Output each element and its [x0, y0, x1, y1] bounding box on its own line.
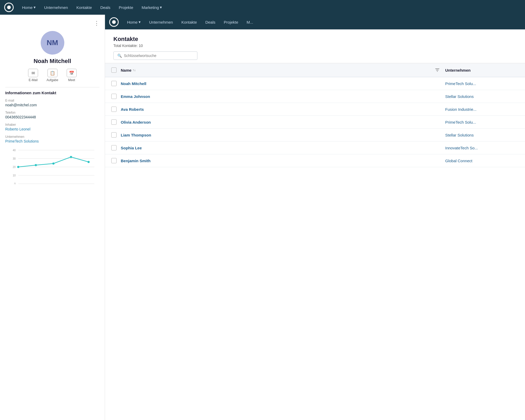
contact-row-4: Olivia Anderson PrimeTech Solu...: [105, 116, 525, 129]
contact-1-company[interactable]: PrimeTech Solu...: [445, 81, 519, 86]
nav-deals[interactable]: Deals: [100, 5, 110, 10]
contact-3-name[interactable]: Ava Roberts: [121, 107, 429, 112]
contacts-overlay: Home ▾ Unternehmen Kontakte Deals Projek…: [105, 15, 525, 420]
nav-projekte[interactable]: Projekte: [119, 5, 133, 10]
contact-5-company[interactable]: Stellar Solutions: [445, 133, 519, 137]
contact-4-company[interactable]: PrimeTech Solu...: [445, 120, 519, 124]
svg-text:30: 30: [13, 157, 16, 160]
contacts-filter-icon[interactable]: [434, 66, 441, 74]
contact-row-5: Liam Thompson Stellar Solutions: [105, 129, 525, 141]
field-telefon: Telefon 004365022344448: [5, 111, 99, 119]
svg-text:20: 20: [13, 166, 16, 169]
field-inhaber: Inhaber Roberto Leonel: [5, 123, 99, 131]
contact-2-name[interactable]: Emma Johnson: [121, 94, 429, 99]
overlay-logo[interactable]: [109, 17, 119, 27]
contacts-table: Name ↑↓ Unternehmen Noah Mitchell Pr: [105, 63, 525, 420]
contact-row-7: Benjamin Smith Global Connect: [105, 154, 525, 167]
contact-5-checkbox[interactable]: [111, 132, 117, 138]
overlay-nav-more[interactable]: M...: [247, 20, 253, 24]
contact-5-name[interactable]: Liam Thompson: [121, 133, 429, 137]
svg-point-11: [35, 164, 37, 166]
contact-3-company[interactable]: Fusion Industrie...: [445, 107, 519, 112]
nav-home[interactable]: Home ▾: [22, 5, 36, 10]
contacts-select-all[interactable]: [111, 67, 117, 73]
logo[interactable]: [4, 3, 14, 12]
nav-unternehmen[interactable]: Unternehmen: [44, 5, 68, 10]
action-icons: ✉ E-Mail 📋 Aufgabe 📅 Meet: [5, 69, 99, 82]
overlay-title: Kontakte: [113, 36, 517, 43]
contacts-name-header: Name ↑↓: [121, 68, 429, 72]
right-panel: Position 1 20% Position 2 20% Position 3…: [105, 15, 525, 420]
contact-2-checkbox[interactable]: [111, 94, 117, 99]
contact-7-checkbox[interactable]: [111, 158, 117, 163]
email-icon: ✉: [28, 69, 38, 77]
overlay-nav-deals[interactable]: Deals: [205, 20, 215, 24]
svg-point-12: [52, 162, 55, 165]
name-sort-icon[interactable]: ↑↓: [133, 68, 136, 72]
contact-3-checkbox[interactable]: [111, 107, 117, 112]
contact-7-company[interactable]: Global Connect: [445, 159, 519, 163]
line-chart: 40 30 20 10 0 Position 1 Position 2 Posi…: [5, 148, 99, 190]
contact-6-checkbox[interactable]: [111, 145, 117, 150]
task-action[interactable]: 📋 Aufgabe: [46, 69, 58, 82]
contact-1-name[interactable]: Noah Mitchell: [121, 81, 429, 86]
svg-text:10: 10: [13, 174, 16, 177]
contact-6-name[interactable]: Sophia Lee: [121, 146, 429, 150]
contact-1-checkbox[interactable]: [111, 81, 117, 86]
email-action[interactable]: ✉ E-Mail: [28, 69, 38, 82]
overlay-nav-home[interactable]: Home ▾: [127, 20, 141, 24]
avatar: NM: [41, 31, 64, 55]
chart-svg: 40 30 20 10 0 Position 1 Position 2 Posi…: [5, 148, 99, 184]
divider-1: [5, 87, 99, 87]
nav-marketing[interactable]: Marketing ▾: [142, 5, 162, 10]
overlay-nav-projekte[interactable]: Projekte: [224, 20, 238, 24]
meet-icon: 📅: [67, 69, 77, 77]
overlay-search-box[interactable]: 🔍: [113, 51, 197, 60]
more-options-button[interactable]: ⋮: [5, 20, 99, 27]
svg-point-13: [70, 156, 72, 158]
info-section-title: Informationen zum Kontakt: [5, 91, 99, 95]
overlay-search-icon: 🔍: [117, 54, 122, 58]
overlay-nav-unternehmen[interactable]: Unternehmen: [149, 20, 173, 24]
contacts-table-header: Name ↑↓ Unternehmen: [105, 63, 525, 77]
contact-name: Noah Mitchell: [5, 58, 99, 65]
contact-row-6: Sophia Lee InnovateTech So...: [105, 141, 525, 154]
svg-text:0: 0: [14, 182, 16, 184]
contact-row-1: Noah Mitchell PrimeTech Solu...: [105, 77, 525, 90]
field-unternehmen: Unternehmen PrimeTech Solutions: [5, 135, 99, 143]
contact-4-name[interactable]: Olivia Anderson: [121, 120, 429, 124]
nav-kontakte[interactable]: Kontakte: [76, 5, 92, 10]
svg-point-14: [88, 161, 90, 163]
left-panel: ⋮ NM Noah Mitchell ✉ E-Mail 📋 Aufgabe 📅 …: [0, 15, 105, 420]
contacts-company-header: Unternehmen: [445, 68, 519, 72]
contact-2-company[interactable]: Stellar Solutions: [445, 94, 519, 99]
svg-point-10: [17, 166, 19, 168]
task-icon: 📋: [48, 69, 57, 77]
meet-action[interactable]: 📅 Meet: [67, 69, 77, 82]
contact-7-name[interactable]: Benjamin Smith: [121, 159, 429, 163]
overlay-navbar: Home ▾ Unternehmen Kontakte Deals Projek…: [105, 15, 525, 29]
overlay-header: Kontakte Total Kontakte: 10 🔍: [105, 29, 525, 63]
contact-row-3: Ava Roberts Fusion Industrie...: [105, 103, 525, 116]
contact-6-company[interactable]: InnovateTech So...: [445, 146, 519, 150]
overlay-content: Kontakte Total Kontakte: 10 🔍 Name ↑↓: [105, 29, 525, 420]
contact-row-2: Emma Johnson Stellar Solutions: [105, 90, 525, 103]
main-navbar: Home ▾ Unternehmen Kontakte Deals Projek…: [0, 0, 525, 15]
main-wrapper: ⋮ NM Noah Mitchell ✉ E-Mail 📋 Aufgabe 📅 …: [0, 15, 525, 420]
overlay-subtitle: Total Kontakte: 10: [113, 44, 517, 48]
overlay-search-input[interactable]: [124, 54, 193, 58]
svg-text:40: 40: [13, 149, 16, 152]
field-email: E-mail noah@mitchel.com: [5, 99, 99, 107]
contact-4-checkbox[interactable]: [111, 119, 117, 125]
overlay-nav-kontakte[interactable]: Kontakte: [181, 20, 197, 24]
